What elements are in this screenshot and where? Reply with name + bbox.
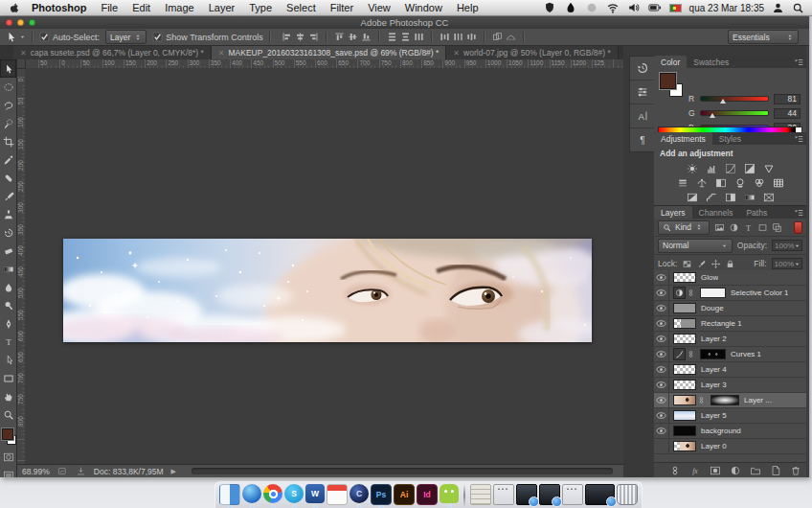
adjustment-layer-button[interactable] bbox=[730, 465, 741, 476]
zoom-level[interactable]: 68.99% bbox=[22, 467, 50, 476]
auto-select-scope-dropdown[interactable]: Layer bbox=[105, 30, 147, 44]
align-top-icon[interactable] bbox=[334, 32, 345, 42]
dock-item-finder[interactable] bbox=[219, 484, 240, 505]
zoom-window-button[interactable] bbox=[29, 19, 35, 26]
threshold-button[interactable] bbox=[724, 191, 737, 203]
dock-item-trash[interactable] bbox=[617, 484, 638, 505]
close-tab-icon[interactable]: ✕ bbox=[218, 49, 225, 58]
layer-thumbnail-face-checker[interactable] bbox=[673, 441, 696, 451]
layer-row[interactable]: Layer 4 bbox=[654, 362, 806, 378]
document-tab[interactable]: ✕capa susete.psd @ 66,7% (Layer 0, CMYK/… bbox=[13, 46, 212, 59]
dodge-tool-button[interactable] bbox=[0, 296, 16, 314]
layer-name[interactable]: Layer ... bbox=[744, 396, 772, 404]
layer-row[interactable]: Layer 3 bbox=[654, 378, 806, 393]
healing-brush-tool-button[interactable] bbox=[0, 169, 16, 187]
photo-filter-button[interactable] bbox=[733, 176, 747, 189]
badge-curves-thumbnail[interactable] bbox=[673, 348, 686, 360]
dock-item-word[interactable]: W bbox=[305, 484, 325, 503]
properties-panel-button[interactable] bbox=[630, 81, 655, 104]
align-middle-icon[interactable] bbox=[348, 32, 358, 42]
adjustments-tab-styles[interactable]: Styles bbox=[712, 132, 748, 145]
layer-thumbnail-checker[interactable] bbox=[673, 334, 696, 344]
filter-shape-icon[interactable] bbox=[757, 222, 768, 233]
color-balance-button[interactable] bbox=[695, 176, 709, 189]
levels-button[interactable] bbox=[705, 162, 718, 174]
eraser-tool-button[interactable] bbox=[0, 242, 16, 260]
layer-visibility-toggle[interactable] bbox=[654, 362, 669, 377]
dock-item-minimized-window-1[interactable] bbox=[493, 484, 514, 505]
foreground-color-swatch[interactable] bbox=[2, 428, 13, 440]
layer-thumbnail-solid-gray[interactable] bbox=[673, 303, 696, 313]
dock-item-minimized-window-5[interactable] bbox=[585, 484, 615, 505]
apple-icon[interactable] bbox=[8, 2, 20, 14]
link-layers-button[interactable] bbox=[669, 465, 681, 476]
layer-row[interactable]: Layer 0 bbox=[654, 439, 806, 454]
layer-row[interactable]: Layer 2 bbox=[654, 332, 806, 347]
dock-item-indesign[interactable]: Id bbox=[417, 484, 438, 505]
distribute-middle-icon[interactable] bbox=[400, 32, 411, 42]
distribute-vertical-icon[interactable] bbox=[387, 32, 397, 42]
layers-tab-paths[interactable]: Paths bbox=[739, 206, 774, 219]
filter-smart-icon[interactable] bbox=[772, 222, 782, 233]
path-selection-tool-button[interactable] bbox=[0, 351, 16, 369]
layer-thumbnail-mask-white[interactable] bbox=[700, 288, 726, 298]
layer-effects-button[interactable]: fx bbox=[689, 465, 701, 476]
close-window-button[interactable] bbox=[6, 19, 12, 26]
apple-icon[interactable] bbox=[8, 2, 20, 14]
layer-visibility-toggle[interactable] bbox=[654, 270, 669, 285]
layer-name[interactable]: Layer 3 bbox=[701, 381, 727, 389]
crop-tool-button[interactable] bbox=[0, 132, 16, 150]
lock-pixels-icon[interactable] bbox=[696, 259, 707, 269]
layer-thumbnail-checker[interactable] bbox=[673, 380, 696, 390]
dock-item-minimized-window-2[interactable] bbox=[516, 484, 537, 505]
quick-mask-button[interactable] bbox=[0, 448, 16, 466]
workspace-switcher[interactable]: Essentials bbox=[728, 30, 799, 44]
layer-visibility-toggle[interactable] bbox=[654, 316, 669, 331]
move-tool-button[interactable] bbox=[0, 59, 16, 78]
menu-item-file[interactable]: File bbox=[101, 2, 118, 13]
slider-thumb[interactable] bbox=[720, 99, 726, 104]
opacity-value-box[interactable]: 100% bbox=[772, 240, 802, 251]
menu-item-filter[interactable]: Filter bbox=[330, 2, 353, 13]
layer-name[interactable]: Selective Color 1 bbox=[731, 289, 788, 297]
lock-transparent-icon[interactable] bbox=[682, 259, 692, 269]
layer-name[interactable]: Layer 5 bbox=[701, 411, 727, 420]
layer-visibility-toggle[interactable] bbox=[654, 393, 669, 407]
panel-menu-icon[interactable] bbox=[794, 209, 803, 219]
quick-selection-tool-button[interactable] bbox=[0, 114, 16, 132]
layer-row[interactable]: background bbox=[654, 424, 806, 439]
align-left-icon[interactable] bbox=[282, 32, 292, 42]
character-panel-button[interactable]: A bbox=[630, 104, 655, 128]
panel-menu-icon[interactable] bbox=[794, 135, 803, 145]
layer-mask-button[interactable] bbox=[710, 465, 721, 476]
user-icon[interactable] bbox=[772, 2, 784, 14]
blur-tool-button[interactable] bbox=[0, 278, 16, 296]
clone-stamp-tool-button[interactable] bbox=[0, 205, 16, 223]
lasso-tool-button[interactable] bbox=[0, 96, 16, 114]
menu-item-photoshop[interactable]: Photoshop bbox=[32, 2, 86, 13]
menu-item-type[interactable]: Type bbox=[249, 2, 272, 13]
flag-pt-icon[interactable] bbox=[669, 4, 682, 12]
dock-item-minimized-window-4[interactable] bbox=[562, 484, 583, 505]
align-right-icon[interactable] bbox=[308, 32, 319, 42]
lock-all-icon[interactable] bbox=[725, 259, 735, 269]
layer-visibility-toggle[interactable] bbox=[654, 424, 669, 438]
exposure-button[interactable] bbox=[743, 162, 756, 174]
paragraph-panel-button[interactable]: ¶ bbox=[630, 128, 655, 151]
fill-value-box[interactable]: 100% bbox=[772, 258, 802, 269]
layers-tab-layers[interactable]: Layers bbox=[654, 206, 692, 219]
layer-name[interactable]: Curves 1 bbox=[731, 350, 761, 358]
menubar-clock[interactable]: qua 23 Mar 18:35 bbox=[689, 3, 764, 13]
menu-item-select[interactable]: Select bbox=[286, 2, 316, 13]
layer-thumbnail-mask-black[interactable] bbox=[700, 349, 726, 359]
auto-select-checkbox[interactable]: Auto-Select: bbox=[39, 32, 100, 42]
hand-tool-button[interactable] bbox=[0, 387, 16, 405]
layer-filter-dropdown[interactable]: Kind bbox=[658, 220, 710, 235]
gradient-map-button[interactable] bbox=[743, 191, 756, 203]
move-tool-icon[interactable] bbox=[5, 31, 26, 43]
badge-adjustment-thumbnail[interactable] bbox=[673, 287, 686, 299]
filter-toggle-switch[interactable] bbox=[794, 221, 802, 234]
dock-item-chrome[interactable] bbox=[263, 484, 282, 503]
dock-item-document[interactable] bbox=[470, 484, 491, 505]
hue-saturation-button[interactable] bbox=[676, 176, 689, 189]
